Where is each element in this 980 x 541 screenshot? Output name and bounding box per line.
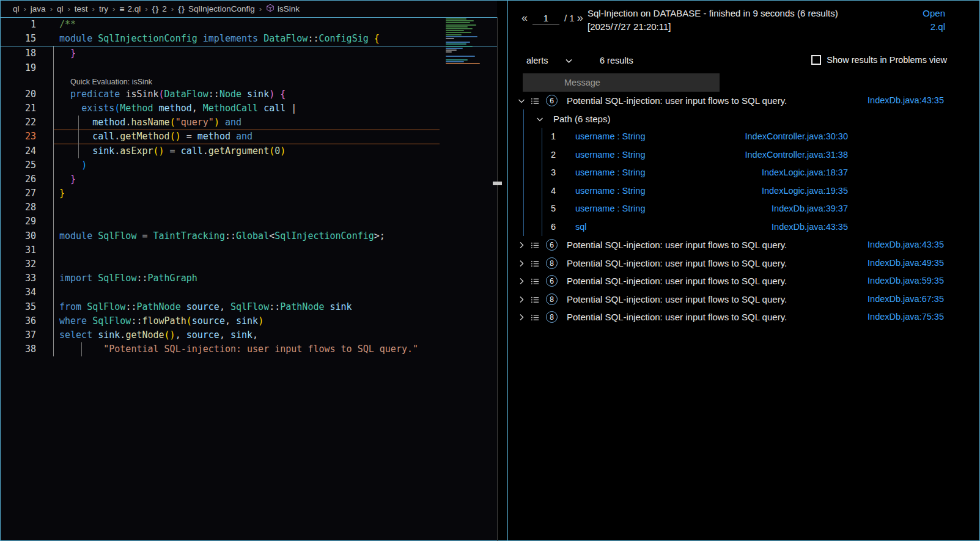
code-line-content[interactable]: call.getMethod() = method and — [59, 130, 252, 144]
alert-row[interactable]: 8Potential SQL-injection: user input flo… — [508, 254, 979, 273]
code-line-content[interactable]: "Potential SQL-injection: user input flo… — [59, 342, 418, 356]
line-number: 29 — [1, 215, 36, 229]
open-file-name[interactable]: 2.ql — [923, 20, 945, 34]
code-editor[interactable]: 18 }19Quick Evaluation: isSink20 predica… — [1, 46, 497, 356]
step-location-link[interactable]: IndexDb.java:43:35 — [772, 218, 848, 237]
code-line-content[interactable]: method.hasName("query") and — [59, 116, 241, 130]
code-token: ConfigSig — [319, 33, 368, 44]
step-location-link[interactable]: IndexController.java:31:38 — [745, 146, 848, 164]
code-line: 35from SqlFlow::PathNode source, SqlFlow… — [1, 300, 497, 314]
code-line: 37select sink.getNode(), source, sink, — [1, 328, 497, 342]
sash-drag-handle[interactable] — [493, 182, 502, 185]
page-number-input[interactable] — [532, 12, 559, 24]
code-line-content[interactable]: } — [59, 46, 76, 61]
alert-location-link[interactable]: IndexDb.java:75:35 — [868, 308, 944, 326]
code-line-content[interactable]: } — [59, 186, 65, 201]
chevron-right-icon[interactable] — [517, 276, 526, 286]
step-label-link[interactable]: username : String — [575, 128, 645, 146]
chevron-right-icon[interactable] — [517, 259, 526, 268]
alert-row[interactable]: 8Potential SQL-injection: user input flo… — [508, 290, 979, 309]
code-line-content[interactable]: /** — [59, 18, 76, 32]
path-step-row[interactable]: 2username : StringIndexController.java:3… — [508, 146, 979, 164]
alert-location-link[interactable]: IndexDb.java:43:35 — [868, 236, 944, 254]
step-location-link[interactable]: IndexController.java:30:30 — [745, 128, 848, 146]
alert-row[interactable]: 8Potential SQL-injection: user input flo… — [508, 308, 979, 326]
code-line-content[interactable]: sink.asExpr() = call.getArgument(0) — [59, 144, 286, 158]
alert-row[interactable]: 6Potential SQL-injection: user input flo… — [508, 236, 979, 254]
alert-row[interactable]: 6Potential SQL-injection: user input flo… — [508, 92, 979, 110]
chevron-down-icon[interactable] — [517, 96, 526, 106]
alert-message[interactable]: Potential SQL-injection: user input flow… — [567, 92, 787, 110]
breadcrumb-item-java[interactable]: java — [31, 4, 46, 13]
code-line-content[interactable]: select sink.getNode(), source, sink, — [59, 328, 258, 342]
path-step-row[interactable]: 3username : StringIndexLogic.java:18:37 — [508, 164, 979, 182]
breadcrumb-item-test[interactable]: test — [75, 4, 88, 13]
step-label-link[interactable]: sql — [575, 218, 587, 237]
chevron-down-icon[interactable] — [535, 114, 545, 124]
breadcrumb-item-ql[interactable]: ql — [57, 4, 64, 13]
code-line-content[interactable]: } — [59, 172, 76, 186]
prev-page-button[interactable]: « — [519, 12, 530, 24]
braces-icon: {} — [178, 5, 185, 13]
step-label-link[interactable]: username : String — [575, 146, 645, 164]
path-step-row[interactable]: 5username : StringIndexDb.java:39:37 — [508, 200, 979, 218]
alert-location-link[interactable]: IndexDb.java:67:35 — [868, 290, 944, 309]
open-query-link[interactable]: Open 2.ql — [923, 7, 945, 34]
path-row[interactable]: Path (6 steps) — [508, 110, 979, 128]
step-location-link[interactable]: IndexLogic.java:19:35 — [762, 182, 848, 201]
next-page-button[interactable]: » — [575, 12, 586, 24]
editor-sash — [497, 17, 498, 541]
open-label[interactable]: Open — [923, 7, 945, 20]
minimap[interactable] — [446, 18, 486, 65]
code-token: getNode — [125, 329, 164, 340]
code-token: = — [136, 230, 153, 241]
code-token: SqlFlow — [92, 315, 131, 326]
step-location-link[interactable]: IndexLogic.java:18:37 — [762, 164, 848, 182]
chevron-right-icon[interactable] — [517, 240, 526, 250]
alert-message[interactable]: Potential SQL-injection: user input flow… — [567, 290, 787, 309]
path-step-row[interactable]: 6sqlIndexDb.java:43:35 — [508, 218, 979, 237]
view-mode-label[interactable]: alerts — [526, 56, 548, 65]
breadcrumb-item-ql[interactable]: ql — [13, 4, 20, 13]
code-line-content[interactable]: predicate isSink(DataFlow::Node sink) { — [59, 87, 286, 101]
step-label-link[interactable]: username : String — [575, 182, 645, 201]
step-label-link[interactable]: username : String — [575, 200, 645, 218]
chevron-right-icon[interactable] — [517, 295, 526, 304]
alert-location-link[interactable]: IndexDb.java:59:35 — [868, 272, 944, 290]
code-line-content[interactable]: import SqlFlow::PathGraph — [59, 271, 197, 285]
code-line-content[interactable]: exists(Method method, MethodCall call | — [59, 101, 297, 116]
chevron-right-icon[interactable] — [517, 312, 526, 322]
code-line-content[interactable]: module SqlFlow = TaintTracking::Global<S… — [59, 229, 385, 243]
code-token: where — [59, 315, 87, 326]
breadcrumb-item-2.ql[interactable]: ≡2.ql — [119, 4, 141, 14]
breadcrumb-item-label: 2.ql — [127, 4, 141, 13]
alert-message[interactable]: Potential SQL-injection: user input flow… — [567, 308, 787, 326]
code-token: () — [170, 131, 181, 142]
breadcrumb-item-sqlinjectionconfig[interactable]: {}SqlInjectionConfig — [178, 4, 255, 13]
code-line-content[interactable]: from SqlFlow::PathNode source, SqlFlow::… — [59, 300, 352, 314]
message-column-header[interactable]: Message — [523, 73, 720, 92]
alert-row[interactable]: 6Potential SQL-injection: user input flo… — [508, 272, 979, 290]
quick-evaluation-codelens[interactable]: Quick Evaluation: isSink — [70, 78, 152, 86]
list-icon — [531, 97, 540, 106]
path-step-row[interactable]: 1username : StringIndexController.java:3… — [508, 128, 979, 146]
step-label-link[interactable]: username : String — [575, 164, 645, 182]
step-location-link[interactable]: IndexDb.java:39:37 — [772, 200, 848, 218]
path-step-row[interactable]: 4username : StringIndexLogic.java:19:35 — [508, 182, 979, 201]
problems-view-checkbox[interactable] — [811, 55, 821, 65]
alert-message[interactable]: Potential SQL-injection: user input flow… — [567, 236, 787, 254]
code-token: , — [225, 315, 236, 326]
alert-location-link[interactable]: IndexDb.java:49:35 — [868, 254, 944, 273]
breadcrumb-item-issink[interactable]: isSink — [266, 4, 300, 14]
alert-location-link[interactable]: IndexDb.java:43:35 — [868, 92, 944, 110]
alert-message[interactable]: Potential SQL-injection: user input flow… — [567, 254, 787, 273]
code-line-content[interactable]: where SqlFlow::flowPath(source, sink) — [59, 314, 263, 328]
code-line-content[interactable]: module SqlInjectionConfig implements Dat… — [59, 32, 380, 46]
breadcrumb-item-2[interactable]: {}2 — [152, 4, 167, 13]
code-token: :: — [308, 33, 319, 44]
view-mode-select[interactable]: alerts — [526, 56, 573, 65]
alert-message[interactable]: Potential SQL-injection: user input flow… — [567, 272, 787, 290]
code-line-content[interactable]: ) — [59, 158, 87, 172]
breadcrumb-item-try[interactable]: try — [99, 4, 108, 13]
code-token: MethodCall — [203, 103, 258, 114]
